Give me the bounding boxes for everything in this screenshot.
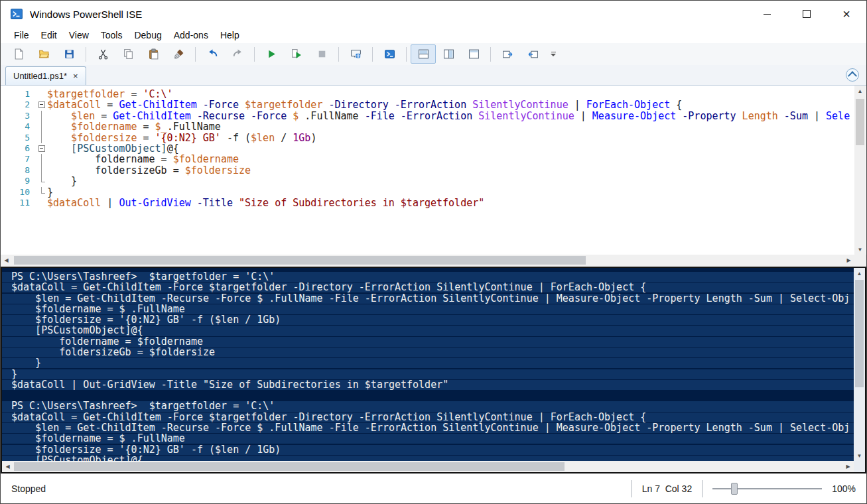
- maximize-button[interactable]: [787, 1, 827, 27]
- editor-hscroll-thumb[interactable]: [14, 256, 586, 265]
- editor-vertical-scrollbar[interactable]: ▲ ▼: [854, 86, 866, 255]
- toolbar-separator: [254, 47, 255, 62]
- scroll-down-icon[interactable]: ▼: [854, 244, 866, 255]
- scroll-left-icon[interactable]: ◀: [2, 461, 13, 472]
- new-script-button[interactable]: [6, 44, 31, 64]
- zoom-slider[interactable]: [712, 482, 822, 495]
- menu-item-addons[interactable]: Add-ons: [168, 29, 214, 42]
- console-horizontal-scrollbar[interactable]: ◀ ▶: [2, 461, 854, 472]
- fold-collapse-icon[interactable]: [36, 99, 47, 110]
- editor-line-7[interactable]: 7 foldername = $foldername: [1, 154, 854, 164]
- collapse-pane-button[interactable]: [846, 68, 859, 82]
- line-number: 6: [1, 143, 36, 154]
- clear-console-button[interactable]: [166, 44, 191, 64]
- cut-button[interactable]: [90, 44, 115, 64]
- show-script-pane-right-button[interactable]: [436, 44, 461, 64]
- new-remote-powershell-tab-button[interactable]: [343, 44, 368, 64]
- show-script-pane-maximized-button[interactable]: [461, 44, 486, 64]
- menu-item-file[interactable]: File: [8, 29, 35, 42]
- console-line-16[interactable]: $foldername = $_.FullName: [2, 434, 854, 444]
- console-line-3[interactable]: $len = Get-ChildItem -Recurse -Force $_.…: [2, 294, 854, 304]
- menu-item-debug[interactable]: Debug: [128, 29, 167, 42]
- fold-gutter: [36, 111, 47, 121]
- zoom-slider-thumb[interactable]: [731, 483, 738, 495]
- line-number: 4: [1, 121, 36, 132]
- console-line-4[interactable]: $foldername = $_.FullName: [2, 304, 854, 314]
- console-line-12[interactable]: [2, 391, 854, 401]
- console-line-10[interactable]: }: [2, 369, 854, 379]
- console-line-15[interactable]: $len = Get-ChildItem -Recurse -Force $_.…: [2, 423, 854, 433]
- tab-close-icon[interactable]: ×: [73, 71, 78, 81]
- show-command-window-button[interactable]: [495, 44, 520, 64]
- fold-gutter: [36, 121, 47, 132]
- scroll-up-icon[interactable]: ▲: [854, 268, 865, 279]
- copy-button[interactable]: [115, 44, 141, 64]
- menu-item-edit[interactable]: Edit: [35, 29, 63, 42]
- script-editor-pane[interactable]: 1$targetfolder = 'C:\'2$dataColl = Get-C…: [1, 85, 866, 255]
- fold-gutter: [36, 133, 47, 143]
- editor-line-10[interactable]: 10}: [1, 187, 854, 198]
- redo-button[interactable]: [225, 44, 250, 64]
- console-line-5[interactable]: $foldersize = '{0:N2} GB' -f ($len / 1Gb…: [2, 315, 854, 325]
- status-divider: [702, 480, 702, 497]
- toolbar-overflow-button[interactable]: [547, 45, 560, 63]
- scroll-right-icon[interactable]: ▶: [842, 461, 854, 472]
- editor-vscroll-thumb[interactable]: [856, 99, 864, 145]
- console-line-1[interactable]: PS C:\Users\Tashreef> $targetfolder = 'C…: [2, 272, 854, 282]
- console-line-7[interactable]: foldername = $foldername: [2, 337, 854, 347]
- editor-line-8[interactable]: 8 foldersizeGb = $foldersize: [1, 165, 854, 176]
- undo-button[interactable]: [200, 44, 225, 64]
- console-line-8[interactable]: foldersizeGb = $foldersize: [2, 347, 854, 357]
- console-vscroll-thumb[interactable]: [855, 280, 864, 387]
- console-line-13[interactable]: PS C:\Users\Tashreef> $targetfolder = 'C…: [2, 401, 854, 411]
- console-line-18[interactable]: [PSCustomObject]@{: [2, 456, 854, 461]
- paste-button[interactable]: [141, 44, 166, 64]
- zoom-slider-track[interactable]: [712, 488, 822, 489]
- menu-item-tools[interactable]: Tools: [95, 29, 129, 42]
- scroll-right-icon[interactable]: ▶: [843, 255, 854, 266]
- editor-lines: 1$targetfolder = 'C:\'2$dataColl = Get-C…: [1, 89, 854, 208]
- close-button[interactable]: ×: [827, 1, 866, 27]
- run-selection-button[interactable]: [284, 44, 309, 64]
- editor-line-5[interactable]: 5 $foldersize = '{0:N2} GB' -f ($len / 1…: [1, 133, 854, 143]
- editor-horizontal-scrollbar[interactable]: ◀ ▶: [1, 255, 854, 266]
- show-script-pane-top-button[interactable]: [411, 44, 436, 64]
- console-line-11[interactable]: $dataColl | Out-GridView -Title "Size of…: [2, 380, 854, 390]
- editor-line-9[interactable]: 9 }: [1, 176, 854, 186]
- show-command-addon-button[interactable]: [520, 44, 545, 64]
- editor-line-6[interactable]: 6 [PSCustomObject]@{: [1, 143, 854, 154]
- code-text: }: [47, 176, 854, 186]
- console-line-9[interactable]: }: [2, 358, 854, 368]
- line-number: 1: [1, 89, 36, 99]
- toolbar-separator: [372, 47, 373, 62]
- scroll-up-icon[interactable]: ▲: [854, 86, 866, 96]
- tab-untitled1[interactable]: Untitled1.ps1* ×: [5, 66, 86, 85]
- start-powershell-button[interactable]: [377, 44, 402, 64]
- menu-item-view[interactable]: View: [63, 29, 95, 42]
- scrollbar-corner: [854, 461, 865, 472]
- console-line-6[interactable]: [PSCustomObject]@{: [2, 326, 854, 336]
- stop-operation-button[interactable]: [309, 44, 334, 64]
- console-pane[interactable]: PS C:\Users\Tashreef> $targetfolder = 'C…: [1, 267, 866, 473]
- open-script-button[interactable]: [31, 44, 56, 64]
- run-script-button[interactable]: [259, 44, 284, 64]
- scroll-left-icon[interactable]: ◀: [1, 255, 12, 266]
- editor-line-3[interactable]: 3 $len = Get-ChildItem -Recurse -Force $…: [1, 111, 854, 121]
- fold-collapse-icon[interactable]: [36, 143, 47, 154]
- console-vertical-scrollbar[interactable]: ▲ ▼: [854, 268, 865, 461]
- scroll-down-icon[interactable]: ▼: [854, 450, 865, 461]
- editor-line-1[interactable]: 1$targetfolder = 'C:\': [1, 89, 854, 99]
- console-line-17[interactable]: $foldersize = '{0:N2} GB' -f ($len / 1Gb…: [2, 445, 854, 455]
- menu-item-help[interactable]: Help: [214, 29, 245, 42]
- minimize-button[interactable]: [747, 1, 787, 27]
- status-bar: Stopped Ln 7 Col 32 100%: [1, 473, 866, 503]
- tab-bar: Untitled1.ps1* ×: [1, 65, 866, 85]
- console-line-14[interactable]: $dataColl = Get-ChildItem -Force $target…: [2, 412, 854, 422]
- console-hscroll-thumb[interactable]: [14, 462, 565, 471]
- console-line-2[interactable]: $dataColl = Get-ChildItem -Force $target…: [2, 283, 854, 292]
- editor-line-4[interactable]: 4 $foldername = $_.FullName: [1, 121, 854, 132]
- code-text: foldername = $foldername: [47, 154, 854, 164]
- save-button[interactable]: [56, 44, 82, 64]
- editor-line-2[interactable]: 2$dataColl = Get-ChildItem -Force $targe…: [1, 99, 854, 110]
- editor-line-11[interactable]: 11$dataColl | Out-GridView -Title "Size …: [1, 198, 854, 208]
